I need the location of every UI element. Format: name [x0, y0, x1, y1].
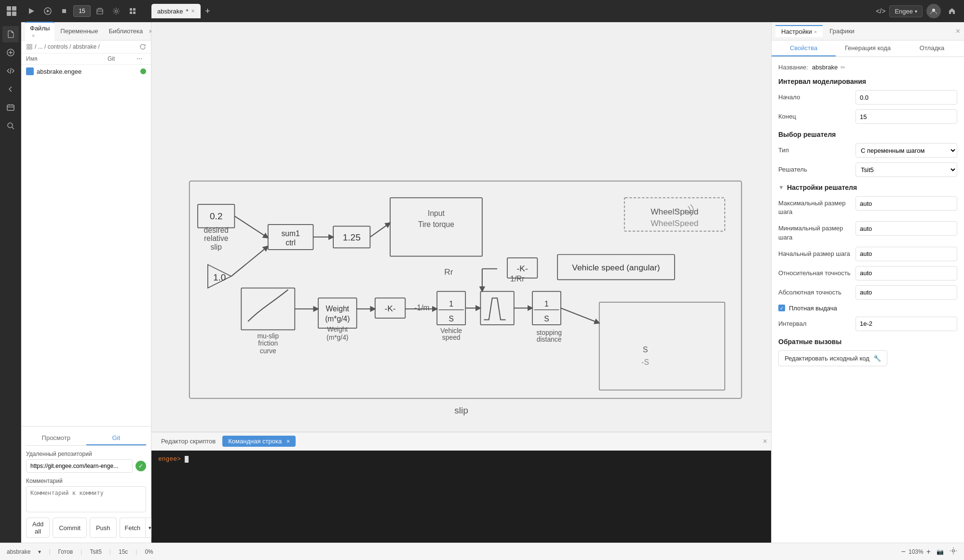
status-progress: 0%: [145, 548, 153, 555]
svg-text:(m*g/4): (m*g/4): [326, 333, 348, 341]
start-value-input[interactable]: [855, 90, 957, 105]
variables-tab[interactable]: Переменные: [55, 26, 103, 37]
tab-close-btn[interactable]: ×: [191, 8, 195, 14]
code-toggle-icon[interactable]: </>: [876, 7, 885, 15]
settings-tab[interactable]: Настройки ×: [775, 25, 823, 37]
project-chevron-icon[interactable]: ▾: [38, 548, 41, 555]
svg-point-9: [115, 10, 118, 13]
file-item[interactable]: absbrake.engee: [21, 65, 151, 78]
commit-input[interactable]: [26, 486, 146, 512]
extensions-btn[interactable]: [125, 4, 140, 18]
package-btn[interactable]: [93, 4, 107, 18]
solver-select[interactable]: Tsit5 Euler RK4: [855, 162, 957, 177]
reset-btn[interactable]: [24, 4, 39, 18]
more-icon[interactable]: ⋯: [136, 55, 146, 62]
status-solver: Tsit5: [90, 548, 102, 555]
file-panel: Файлы × Переменные Библиотека × / ... / …: [21, 22, 151, 543]
debug-subtab[interactable]: Отладка: [900, 40, 964, 56]
solver-settings-toggle[interactable]: ▼: [778, 184, 784, 191]
status-settings-icon[interactable]: [950, 547, 957, 556]
library-tab[interactable]: Библиотека: [104, 26, 148, 37]
interval-row: Интервал: [778, 317, 957, 331]
canvas-split: slip 0.2 desired relative slip 1.0 sum1 …: [151, 22, 771, 543]
edit-source-btn[interactable]: Редактировать исходный код 🔧: [778, 350, 887, 366]
terminal-tab[interactable]: Командная строка ×: [222, 436, 296, 447]
main-tab[interactable]: absbrake * ×: [151, 4, 201, 18]
svg-text:Vehicle speed (angular): Vehicle speed (angular): [572, 263, 660, 272]
sidebar-search-icon[interactable]: [2, 118, 19, 134]
panel-bottom: Просмотр Git Удаленный репозиторий ✓ Ком…: [21, 426, 151, 543]
profile-btn[interactable]: [926, 4, 941, 18]
files-tab[interactable]: Файлы ×: [25, 22, 54, 41]
init-step-input[interactable]: [855, 247, 957, 261]
app-logo-icon[interactable]: [5, 4, 18, 18]
svg-text:-K-: -K-: [384, 304, 395, 313]
svg-rect-23: [30, 47, 32, 49]
interval-input[interactable]: [855, 317, 957, 331]
terminal-tab-close[interactable]: ×: [286, 438, 290, 445]
dense-output-checkbox[interactable]: [778, 305, 785, 311]
view-tab[interactable]: Просмотр: [26, 431, 86, 445]
svg-text:1: 1: [544, 300, 549, 308]
svg-text:curve: curve: [260, 347, 276, 355]
start-field-row: Начало: [778, 90, 957, 105]
bottom-panel-close-btn[interactable]: ×: [763, 437, 767, 446]
solver-settings-title-row: ▼ Настройки решателя: [778, 184, 957, 191]
properties-subtab[interactable]: Свойства: [772, 40, 836, 56]
settings-btn[interactable]: [109, 4, 123, 18]
stop-btn[interactable]: [57, 4, 71, 18]
solver-row: Решатель Tsit5 Euler RK4: [778, 162, 957, 177]
add-all-btn[interactable]: Add all: [26, 518, 50, 538]
terminal-area[interactable]: engee>: [151, 451, 771, 543]
svg-rect-12: [130, 12, 132, 14]
sidebar-variables-icon[interactable]: [2, 44, 19, 61]
sidebar-code-icon[interactable]: [2, 63, 19, 79]
right-panel-close-btn[interactable]: ×: [956, 27, 960, 36]
user-menu-btn[interactable]: Engee ▾: [889, 5, 923, 17]
main-layout: Файлы × Переменные Библиотека × / ... / …: [0, 22, 964, 543]
refresh-icon[interactable]: [139, 43, 146, 50]
end-value-input[interactable]: [855, 109, 957, 124]
settings-tab-close[interactable]: ×: [814, 29, 817, 35]
file-icon: [26, 67, 34, 75]
add-tab-btn[interactable]: +: [202, 5, 214, 17]
sidebar-library-icon[interactable]: [2, 99, 19, 116]
zoom-minus-btn[interactable]: −: [901, 547, 906, 556]
git-url-row: ✓: [26, 459, 146, 473]
dense-output-row: Плотная выдача: [778, 305, 957, 312]
start-label: Начало: [778, 90, 855, 105]
rel-tol-input[interactable]: [855, 266, 957, 280]
status-separator-3: |: [109, 548, 111, 555]
status-time: 15c: [119, 548, 128, 555]
sidebar-files-icon[interactable]: [2, 26, 19, 42]
solver-type-select[interactable]: С переменным шагом С фиксированным шагом: [855, 143, 957, 158]
push-btn[interactable]: Push: [90, 518, 117, 538]
fetch-btn[interactable]: Fetch: [120, 518, 146, 538]
charts-tab[interactable]: Графики: [824, 26, 860, 37]
sidebar-back-icon[interactable]: [2, 81, 19, 97]
svg-text:desired: desired: [204, 226, 229, 234]
git-url-input[interactable]: [26, 459, 133, 473]
zoom-plus-btn[interactable]: +: [926, 547, 931, 556]
svg-text:1.0: 1.0: [213, 272, 226, 282]
step-input[interactable]: 15: [73, 5, 91, 17]
run-btn[interactable]: [41, 4, 55, 18]
max-step-input[interactable]: [855, 196, 957, 211]
right-panel-content: Название: absbrake ✏ Интервал моделирова…: [772, 57, 964, 543]
status-right: − 103% + 📷: [901, 547, 957, 556]
min-step-input[interactable]: [855, 221, 957, 236]
solver-type-row: Тип С переменным шагом С фиксированным ш…: [778, 143, 957, 158]
model-name-edit-icon[interactable]: ✏: [841, 64, 845, 71]
codegen-subtab[interactable]: Генерация кода: [836, 40, 900, 56]
abs-tol-row: Абсолютная точность: [778, 285, 957, 300]
files-tab-close[interactable]: ×: [32, 33, 35, 39]
user-label: Engee: [895, 8, 913, 15]
script-editor-tab[interactable]: Редактор скриптов: [155, 436, 221, 447]
git-tab[interactable]: Git: [86, 431, 147, 445]
home-btn[interactable]: [945, 4, 959, 18]
abs-tol-input[interactable]: [855, 285, 957, 300]
view-git-tabs: Просмотр Git: [26, 431, 146, 446]
svg-point-18: [8, 123, 13, 128]
screenshot-icon[interactable]: 📷: [937, 548, 944, 555]
commit-btn[interactable]: Commit: [53, 518, 87, 538]
